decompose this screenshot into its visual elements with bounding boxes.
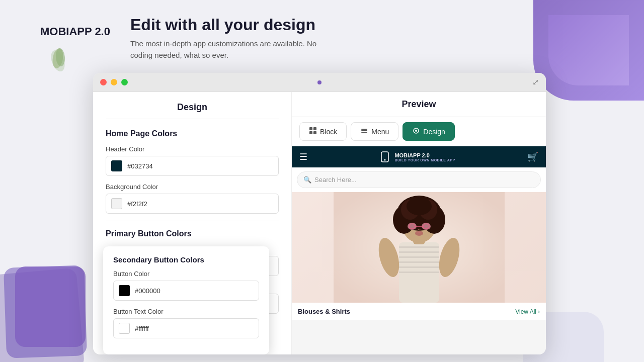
mobile-preview: ☰ MOBIAPP 2.0 BUILD YOUR OWN MOBILE APP … [292,146,546,320]
secondary-popup-title: Secondary Button Colors [113,255,259,264]
svg-point-11 [415,130,417,132]
header-color-swatch [111,160,122,171]
mobile-nav: ☰ MOBIAPP 2.0 BUILD YOUR OWN MOBILE APP … [292,146,546,167]
mobile-hero-image [292,192,546,303]
design-panel: Design Home Page Colors Header Color #03… [93,92,292,354]
home-page-colors-section: Home Page Colors Header Color #032734 Ba… [106,129,279,214]
background-color-swatch [111,198,122,209]
header-copy: Edit with all your design The most in-de… [130,10,321,61]
svg-rect-3 [309,127,312,130]
design-button[interactable]: Design [403,122,455,141]
home-page-colors-title: Home Page Colors [106,129,279,138]
menu-label: Menu [371,128,389,136]
app-logo-text: MOBIAPP 2.0 [40,10,110,75]
mobile-brand: MOBIAPP 2.0 BUILD YOUR OWN MOBILE APP [379,151,455,162]
secondary-button-color-input[interactable]: #000000 [113,281,259,301]
svg-rect-4 [313,127,316,130]
svg-rect-18 [399,256,439,258]
hero-illustration [334,192,505,303]
search-placeholder: Search Here... [314,176,357,184]
svg-rect-17 [399,251,439,253]
secondary-button-color-label: Button Color [113,270,259,278]
browser-titlebar: ⤢ [93,73,546,92]
preview-toolbar: Block Menu [292,117,546,146]
svg-rect-8 [361,130,367,131]
header-color-label: Header Color [106,145,279,153]
secondary-button-text-value: #ffffff [135,325,149,332]
svg-point-13 [384,159,386,161]
browser-body: Design Home Page Colors Header Color #03… [93,92,546,354]
secondary-button-text-color-label: Button Text Color [113,308,259,315]
svg-rect-16 [399,246,439,248]
maximize-button[interactable] [121,79,128,85]
mobile-brand-name: MOBIAPP 2.0 [394,152,455,158]
mobile-search-bar[interactable]: 🔍 Search Here... [297,171,541,188]
svg-rect-6 [313,131,316,134]
secondary-button-color-value: #000000 [135,287,160,295]
hamburger-icon: ☰ [299,151,307,162]
secondary-button-text-color-input[interactable]: #ffffff [113,318,259,338]
bg-stack-3 [15,266,86,347]
expand-icon[interactable]: ⤢ [532,77,539,87]
secondary-button-text-swatch [119,323,130,334]
leaf-icon [40,43,110,75]
chevron-right-icon: › [538,308,540,315]
search-icon: 🔍 [303,176,311,184]
mobile-brand-sub: BUILD YOUR OWN MOBILE APP [394,158,455,162]
secondary-button-color-swatch [119,285,130,296]
cart-icon: 🛒 [527,151,538,162]
header-color-value: #032734 [127,162,153,170]
mobile-phone-icon [379,151,390,162]
background-color-label: Background Color [106,183,279,191]
svg-rect-19 [399,261,439,263]
close-button[interactable] [100,79,107,85]
page-header: MOBIAPP 2.0 Edit with all your design Th… [40,10,321,75]
mobile-section-header: Blouses & Shirts View All › [292,303,546,320]
menu-button[interactable]: Menu [351,122,398,141]
block-label: Block [320,128,337,136]
minimize-button[interactable] [111,79,117,85]
mobile-section-title: Blouses & Shirts [298,308,350,315]
block-button[interactable]: Block [299,122,347,141]
svg-rect-9 [361,132,367,133]
design-label: Design [423,128,445,136]
secondary-button-popup: Secondary Button Colors Button Color #00… [103,246,269,354]
bg-decoration-top-right-2 [548,15,629,85]
svg-point-31 [407,197,432,215]
background-color-value: #f2f2f2 [127,200,147,208]
menu-icon [360,127,368,136]
browser-window: ⤢ Design Home Page Colors Header Color #… [93,73,546,354]
divider-1 [106,221,279,221]
svg-rect-7 [361,129,367,130]
primary-button-colors-title: Primary Button Colors [106,229,279,238]
background-color-input[interactable]: #f2f2f2 [106,194,279,214]
url-indicator [317,80,321,84]
view-all-button[interactable]: View All › [515,308,540,315]
svg-rect-20 [399,266,439,268]
design-icon [412,127,420,136]
header-color-input[interactable]: #032734 [106,156,279,176]
page-subheadline: The most in-depth app customizations are… [130,38,321,61]
block-icon [309,127,317,136]
page-headline: Edit with all your design [130,15,321,34]
svg-rect-21 [399,272,439,273]
svg-rect-5 [309,131,312,134]
preview-panel: Preview Block [292,92,546,354]
preview-panel-title: Preview [292,92,546,117]
design-panel-title: Design [106,102,279,119]
